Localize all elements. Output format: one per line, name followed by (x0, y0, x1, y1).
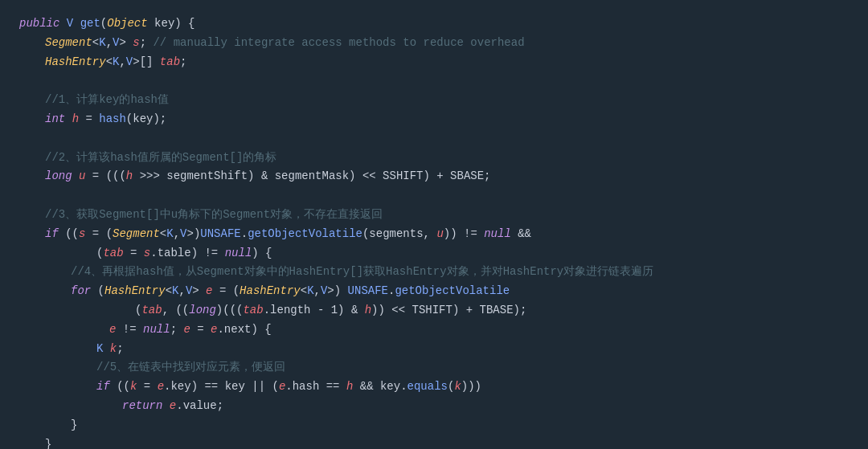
keyword-for: for (71, 282, 91, 301)
type-v: V (67, 14, 73, 34)
code-line-20: if (( k = e .key) == key || ( e .hash ==… (19, 378, 849, 397)
code-line-19: //5、在链表中找到对应元素，便返回 (19, 358, 849, 378)
keyword-int: int (45, 110, 65, 129)
code-line-8: //2、计算该hash值所属的Segment[]的角标 (19, 149, 849, 168)
keyword-return: return (122, 397, 162, 416)
code-line-23: } (19, 435, 849, 449)
type-object: Object (107, 14, 147, 34)
code-line-21: return e .value; (19, 397, 849, 416)
code-line-12: if (( s = ( Segment < K , V >) UNSAFE . … (19, 225, 849, 244)
keyword-long: long (45, 167, 72, 186)
keyword-if: if (45, 225, 59, 244)
code-line-13: ( tab = s .table) != null ) { (19, 244, 849, 263)
keyword-if2: if (96, 378, 110, 397)
code-line-2: Segment < K , V > s ; // manually integr… (19, 34, 849, 53)
code-line-6: int h = hash (key); (19, 110, 849, 129)
code-line-9: long u = ((( h >>> segmentShift) & segme… (19, 167, 849, 186)
code-line-4 (19, 71, 849, 91)
type-hashentry: HashEntry (45, 53, 106, 72)
code-line-22: } (19, 416, 849, 435)
code-block: public V get ( Object key) { Segment < K… (0, 0, 868, 449)
code-line-17: e != null ; e = e .next) { (19, 320, 849, 340)
code-line-5: //1、计算key的hash值 (19, 91, 849, 110)
code-line-10 (19, 186, 849, 206)
code-line-14: //4、再根据hash值，从Segment对象中的HashEntry[]获取Ha… (19, 263, 849, 282)
code-line-16: ( tab , (( long )((( tab .length - 1) & … (19, 301, 849, 320)
keyword-public: public (19, 14, 59, 34)
type-segment: Segment (45, 34, 92, 53)
code-line-3: HashEntry < K , V >[] tab ; (19, 53, 849, 72)
code-line-18: K k ; (19, 340, 849, 359)
method-get: get (80, 14, 100, 34)
code-line-1: public V get ( Object key) { (19, 14, 849, 34)
code-line-11: //3、获取Segment[]中u角标下的Segment对象，不存在直接返回 (19, 206, 849, 225)
code-line-7 (19, 129, 849, 149)
code-line-15: for ( HashEntry < K , V > e = ( HashEntr… (19, 282, 849, 301)
